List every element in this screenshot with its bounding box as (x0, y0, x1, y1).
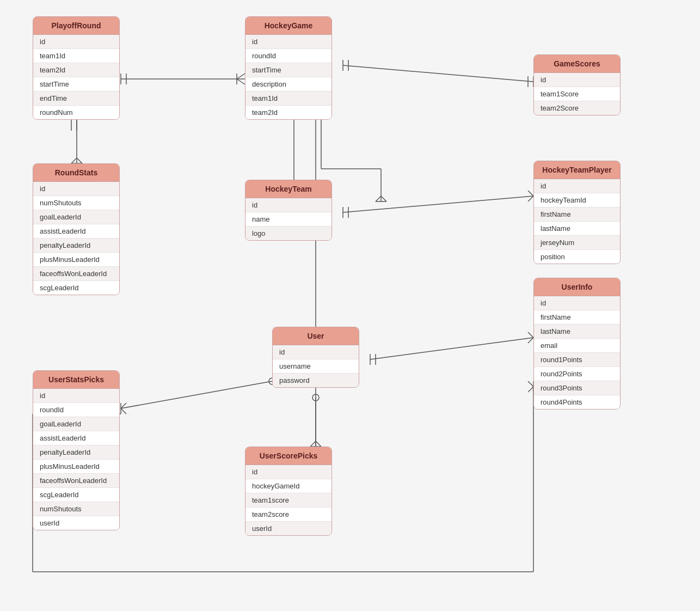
entity-field: team1score (245, 493, 331, 508)
entity-roundstats: RoundStatsidnumShutoutsgoalLeaderIdassis… (33, 163, 120, 295)
entity-field: plusMinusLeaderId (33, 460, 119, 474)
entity-field: penaltyLeaderId (33, 445, 119, 460)
svg-line-52 (528, 381, 533, 387)
entity-field: lastName (534, 325, 620, 339)
entity-header-userstatspicks: UserStatsPicks (33, 371, 119, 389)
svg-line-6 (343, 65, 533, 82)
entity-field: team1Id (245, 91, 331, 106)
entity-field: round3Points (534, 381, 620, 395)
entity-field: round4Points (534, 395, 620, 409)
svg-line-53 (528, 387, 533, 392)
diagram-container: PlayoffRoundidteam1Idteam2IdstartTimeend… (0, 0, 700, 611)
entity-field: team1Score (534, 87, 620, 101)
entity-field: team2Id (33, 63, 119, 77)
entity-playoffround: PlayoffRoundidteam1Idteam2IdstartTimeend… (33, 16, 120, 120)
svg-point-43 (312, 394, 319, 401)
svg-line-22 (528, 191, 533, 196)
entity-field: endTime (33, 91, 119, 106)
entity-field: scgLeaderId (33, 281, 119, 295)
entity-field: team1Id (33, 49, 119, 63)
svg-line-33 (528, 332, 533, 338)
svg-line-37 (121, 381, 272, 408)
svg-line-46 (316, 441, 321, 447)
svg-line-40 (121, 408, 126, 414)
entity-hockeyteamplayer: HockeyTeamPlayeridhockeyTeamIdfirstNamel… (533, 161, 621, 264)
entity-field: id (534, 179, 620, 193)
entity-field: id (534, 296, 620, 310)
entity-field: round1Points (534, 353, 620, 367)
entity-field: penaltyLeaderId (33, 239, 119, 253)
svg-line-39 (121, 403, 126, 408)
entity-userinfo: UserInfoidfirstNamelastNameemailround1Po… (533, 278, 621, 410)
entity-field: userId (33, 516, 119, 530)
entity-field: team2Score (534, 101, 620, 115)
entity-header-hockeygame: HockeyGame (245, 17, 331, 35)
svg-line-19 (376, 196, 381, 201)
entity-field: numShutouts (33, 196, 119, 210)
svg-line-32 (370, 338, 533, 359)
entity-userscorepicks: UserScorePicksidhockeyGameIdteam1scorete… (245, 447, 332, 536)
entity-header-user: User (273, 327, 359, 345)
entity-header-userinfo: UserInfo (534, 278, 620, 296)
entity-field: assistLeaderId (33, 431, 119, 445)
svg-line-28 (71, 158, 77, 163)
entity-field: id (245, 35, 331, 49)
svg-line-1 (237, 74, 245, 79)
entity-gamescores: GameScoresidteam1Scoreteam2Score (533, 54, 621, 115)
entity-field: firstName (534, 207, 620, 222)
entity-field: id (245, 198, 331, 212)
entity-header-hockeyteam: HockeyTeam (245, 180, 331, 198)
entity-field: position (534, 250, 620, 264)
entity-field: hockeyTeamId (534, 193, 620, 207)
entity-field: numShutouts (33, 502, 119, 516)
entity-field: assistLeaderId (33, 224, 119, 239)
entity-field: id (273, 345, 359, 359)
entity-field: logo (245, 227, 331, 240)
entity-field: startTime (245, 63, 331, 77)
entity-field: id (245, 465, 331, 479)
entity-field: goalLeaderId (33, 417, 119, 431)
entity-field: firstName (534, 310, 620, 325)
svg-line-2 (237, 79, 245, 84)
entity-field: jerseyNum (534, 236, 620, 250)
svg-line-34 (528, 338, 533, 343)
entity-header-userscorepicks: UserScorePicks (245, 447, 331, 465)
entity-userstatspicks: UserStatsPicksidroundIdgoalLeaderIdassis… (33, 370, 120, 530)
entity-header-roundstats: RoundStats (33, 164, 119, 182)
entity-hockeyteam: HockeyTeamidnamelogo (245, 180, 332, 241)
entity-field: goalLeaderId (33, 210, 119, 224)
svg-line-21 (343, 196, 533, 212)
entity-field: faceoffsWonLeaderId (33, 267, 119, 281)
entity-field: id (33, 182, 119, 196)
entity-field: team2score (245, 508, 331, 522)
entity-field: lastName (534, 222, 620, 236)
entity-field: id (33, 35, 119, 49)
entity-field: id (33, 389, 119, 403)
svg-line-23 (528, 196, 533, 201)
entity-field: userId (245, 522, 331, 535)
entity-header-playoffround: PlayoffRound (33, 17, 119, 35)
entity-field: round2Points (534, 367, 620, 381)
entity-field: email (534, 339, 620, 353)
svg-line-20 (381, 196, 386, 201)
entity-field: team2Id (245, 106, 331, 119)
entity-field: password (273, 374, 359, 387)
entity-hockeygame: HockeyGameidroundIdstartTimedescriptiont… (245, 16, 332, 120)
entity-user: Useridusernamepassword (272, 327, 359, 388)
svg-line-45 (310, 441, 316, 447)
entity-field: scgLeaderId (33, 488, 119, 502)
entity-field: plusMinusLeaderId (33, 253, 119, 267)
entity-field: hockeyGameId (245, 479, 331, 493)
entity-header-gamescores: GameScores (534, 55, 620, 73)
entity-field: roundId (33, 403, 119, 417)
entity-field: name (245, 212, 331, 227)
svg-line-29 (77, 158, 82, 163)
entity-field: description (245, 77, 331, 91)
entity-field: roundNum (33, 106, 119, 119)
entity-field: startTime (33, 77, 119, 91)
entity-field: username (273, 359, 359, 374)
entity-field: faceoffsWonLeaderId (33, 474, 119, 488)
entity-field: roundId (245, 49, 331, 63)
entity-field: id (534, 73, 620, 87)
entity-header-hockeyteamplayer: HockeyTeamPlayer (534, 161, 620, 179)
